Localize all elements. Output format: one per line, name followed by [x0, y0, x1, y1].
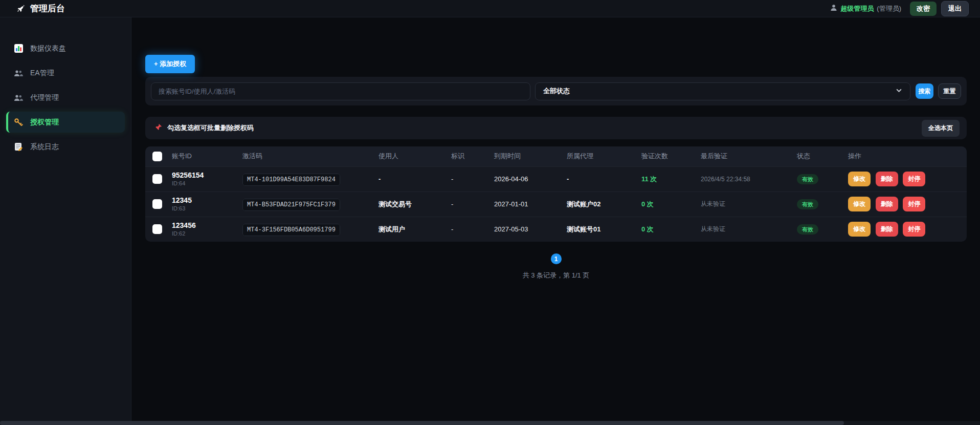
- scrollbar-thumb[interactable]: [0, 421, 844, 425]
- status-badge: 有效: [797, 199, 818, 209]
- tag-cell: -: [447, 166, 490, 192]
- row-checkbox[interactable]: [152, 224, 162, 234]
- user-cell: -: [374, 166, 447, 192]
- status-badge: 有效: [797, 224, 818, 235]
- col-account-id: 账号ID: [168, 146, 238, 166]
- search-input[interactable]: [151, 82, 530, 100]
- search-button[interactable]: 搜索: [916, 83, 933, 99]
- col-verify-count: 验证次数: [637, 146, 697, 166]
- tag-cell: -: [447, 217, 490, 242]
- horizontal-scrollbar[interactable]: [0, 421, 980, 425]
- sidebar-item-logs[interactable]: 系统日志: [6, 136, 125, 157]
- select-all-page-button[interactable]: 全选本页: [922, 120, 960, 137]
- col-activation-code: 激活码: [238, 146, 374, 166]
- account-id: 123456: [172, 221, 234, 230]
- account-id: 12345: [172, 196, 234, 205]
- verify-count: 0 次: [641, 200, 654, 208]
- pagination: 1: [145, 253, 967, 264]
- status-select[interactable]: 全部状态: [535, 82, 910, 100]
- notice-text: 勾选复选框可批量删除授权码: [167, 123, 254, 133]
- filter-bar: 全部状态 搜索 重置: [145, 77, 967, 105]
- sidebar-item-agents[interactable]: 代理管理: [6, 87, 125, 108]
- pin-icon: [154, 123, 162, 133]
- user-info: 超级管理员 (管理员): [830, 4, 901, 13]
- people-icon: [13, 94, 24, 101]
- activation-code: MT4-101D99A54E83D87F9824: [242, 174, 340, 186]
- select-all-checkbox[interactable]: [152, 152, 162, 161]
- col-agent: 所属代理: [563, 146, 637, 166]
- sidebar-item-label: 代理管理: [30, 93, 59, 102]
- row-id-label: ID:63: [172, 205, 234, 212]
- table-row: 95256154 ID:64 MT4-101D99A54E83D87F9824 …: [145, 166, 967, 192]
- last-verify: 从未验证: [701, 200, 725, 207]
- col-status: 状态: [793, 146, 844, 166]
- row-checkbox[interactable]: [152, 199, 162, 209]
- app-logo: 管理后台: [15, 3, 65, 14]
- rocket-icon: [15, 4, 26, 14]
- sidebar-item-ea[interactable]: EA管理: [6, 62, 125, 83]
- chevron-down-icon: [896, 87, 902, 95]
- agent-cell: -: [563, 166, 637, 192]
- bar-chart-icon: [13, 44, 24, 53]
- col-tag: 标识: [447, 146, 490, 166]
- sidebar-item-authorization[interactable]: 授权管理: [6, 112, 125, 133]
- last-verify: 2026/4/5 22:34:58: [701, 176, 750, 183]
- records-summary: 共 3 条记录，第 1/1 页: [145, 271, 967, 280]
- tag-cell: -: [447, 192, 490, 217]
- main-content: + 添加授权 全部状态 搜索 重置 勾选复选框可批量删除授权码 全选本页: [131, 17, 980, 425]
- activation-code: MT4-B53FDAD21F975FC1F379: [242, 199, 340, 211]
- table-header-row: 账号ID 激活码 使用人 标识 到期时间 所属代理 验证次数 最后验证 状态 操…: [145, 146, 967, 166]
- user-icon: [830, 4, 837, 13]
- verify-count: 0 次: [641, 225, 654, 233]
- topbar: 管理后台 超级管理员 (管理员) 改密 退出: [0, 0, 980, 17]
- expire-date-cell: 2027-01-01: [490, 192, 563, 217]
- status-badge: 有效: [797, 174, 818, 184]
- expire-date-cell: 2027-05-03: [490, 217, 563, 242]
- logout-button[interactable]: 退出: [941, 1, 969, 16]
- memo-icon: [13, 142, 24, 151]
- edit-button[interactable]: 修改: [848, 172, 871, 186]
- last-verify: 从未验证: [701, 225, 725, 232]
- authorization-table: 账号ID 激活码 使用人 标识 到期时间 所属代理 验证次数 最后验证 状态 操…: [145, 146, 967, 242]
- col-expire-date: 到期时间: [490, 146, 563, 166]
- status-select-value: 全部状态: [543, 87, 570, 96]
- user-role: (管理员): [877, 4, 901, 13]
- username: 超级管理员: [840, 4, 874, 13]
- sidebar-item-label: 系统日志: [30, 142, 59, 152]
- activation-code: MT4-3F156FDB05A6D0951799: [242, 224, 340, 236]
- change-password-button[interactable]: 改密: [910, 2, 937, 16]
- delete-button[interactable]: 删除: [876, 172, 898, 186]
- delete-button[interactable]: 删除: [876, 197, 898, 211]
- reset-button[interactable]: 重置: [938, 83, 961, 99]
- people-icon: [13, 70, 24, 77]
- agent-cell: 测试账户02: [563, 192, 637, 217]
- delete-button[interactable]: 删除: [876, 222, 898, 237]
- account-id: 95256154: [172, 171, 234, 180]
- ban-button[interactable]: 封停: [903, 172, 925, 186]
- edit-button[interactable]: 修改: [848, 222, 871, 237]
- col-last-verify: 最后验证: [697, 146, 793, 166]
- page-button-1[interactable]: 1: [551, 253, 562, 264]
- row-id-label: ID:64: [172, 180, 234, 187]
- table-row: 12345 ID:63 MT4-B53FDAD21F975FC1F379 测试交…: [145, 192, 967, 217]
- sidebar-item-label: 授权管理: [30, 118, 59, 127]
- user-cell: 测试用户: [374, 217, 447, 242]
- user-cell: 测试交易号: [374, 192, 447, 217]
- edit-button[interactable]: 修改: [848, 197, 871, 211]
- add-authorization-button[interactable]: + 添加授权: [145, 55, 195, 73]
- expire-date-cell: 2026-04-06: [490, 166, 563, 192]
- notice-bar: 勾选复选框可批量删除授权码 全选本页: [145, 117, 967, 139]
- sidebar-item-label: 数据仪表盘: [30, 44, 66, 53]
- table-row: 123456 ID:62 MT4-3F156FDB05A6D0951799 测试…: [145, 217, 967, 242]
- col-user: 使用人: [374, 146, 447, 166]
- row-id-label: ID:62: [172, 230, 234, 237]
- col-actions: 操作: [844, 146, 967, 166]
- ban-button[interactable]: 封停: [903, 197, 925, 211]
- agent-cell: 测试账号01: [563, 217, 637, 242]
- verify-count: 11 次: [641, 175, 657, 183]
- sidebar: 数据仪表盘 EA管理 代理管理 授权管理 系统日志: [0, 17, 131, 425]
- key-icon: [13, 118, 24, 127]
- sidebar-item-dashboard[interactable]: 数据仪表盘: [6, 38, 125, 59]
- row-checkbox[interactable]: [152, 174, 162, 184]
- ban-button[interactable]: 封停: [903, 222, 925, 237]
